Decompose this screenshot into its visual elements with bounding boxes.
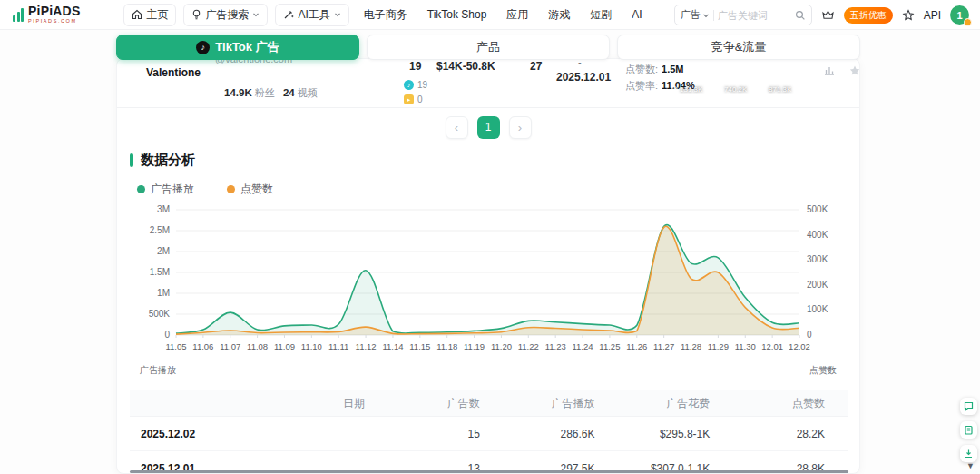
- tab-tiktok-ads[interactable]: ♪ TikTok 广告: [116, 35, 359, 60]
- search-category-dropdown[interactable]: 广告: [681, 8, 710, 22]
- svg-text:11.25: 11.25: [599, 341, 620, 351]
- nav-ai-tools-label: AI工具: [298, 7, 329, 23]
- nav-link[interactable]: 游戏: [548, 7, 570, 23]
- svg-text:11.05: 11.05: [165, 341, 186, 351]
- nav-home[interactable]: 主页: [123, 4, 176, 26]
- nav-link[interactable]: 电子商务: [364, 7, 407, 23]
- video-thumbnail[interactable]: 131.3K: [668, 61, 709, 95]
- nav-link[interactable]: AI: [632, 8, 642, 21]
- cell-spend: $295.8-1K: [619, 417, 734, 451]
- search-input[interactable]: [718, 10, 791, 21]
- video-thumbnails: 131.3K 740.2K 871.3K: [668, 61, 798, 95]
- advertiser-row[interactable]: Valentione @valentione.com 14.9K 粉丝 24 视…: [117, 59, 859, 108]
- chart-legend: 广告播放点赞数: [137, 182, 859, 197]
- svg-text:1M: 1M: [157, 288, 170, 298]
- floating-toolbar: [960, 398, 977, 462]
- ad-spend: $14K-50.8K: [436, 60, 495, 73]
- video-thumbnail[interactable]: 740.2K: [712, 61, 753, 95]
- play-icon: [671, 86, 678, 94]
- table-header-cell: 广告播放: [504, 390, 619, 417]
- svg-text:11.27: 11.27: [653, 341, 674, 351]
- svg-text:11.19: 11.19: [464, 341, 485, 351]
- table-header-cell: 日期: [130, 390, 388, 417]
- table-header-cell: 点赞数: [733, 390, 848, 417]
- top-navbar: PiPiADS PIPIADS.COM 主页 广告搜索 AI工具 电子商务Tik…: [0, 0, 980, 30]
- svg-text:500K: 500K: [807, 204, 828, 214]
- main-tabs: ♪ TikTok 广告 产品 竞争&流量: [116, 35, 860, 60]
- horizontal-scrollbar[interactable]: [130, 470, 848, 473]
- svg-text:2M: 2M: [157, 246, 170, 256]
- cell-date: 2025.12.02: [130, 417, 388, 451]
- svg-text:3M: 3M: [157, 204, 170, 214]
- nav-home-label: 主页: [146, 7, 168, 23]
- prev-page-button[interactable]: ‹: [446, 116, 468, 139]
- nav-link[interactable]: 短剧: [590, 7, 612, 23]
- line-chart[interactable]: 0500K1M1.5M2M2.5M3M0100K200K300K400K500K…: [131, 199, 848, 364]
- svg-text:11.10: 11.10: [301, 341, 322, 351]
- table-row[interactable]: 2025.12.02 15 286.6K $295.8-1K 28.2K: [130, 417, 848, 451]
- tiktok-dot-icon: ♪: [404, 80, 414, 90]
- tab-product[interactable]: 产品: [367, 35, 610, 60]
- cell-views: 286.6K: [504, 417, 619, 451]
- svg-text:11.22: 11.22: [518, 341, 539, 351]
- nav-link[interactable]: 应用: [506, 7, 528, 23]
- legend-item[interactable]: 点赞数: [227, 182, 273, 197]
- search-icon[interactable]: [795, 10, 806, 21]
- nav-link[interactable]: TikTok Shop: [427, 8, 487, 21]
- vip-crown-icon[interactable]: [821, 9, 835, 21]
- promo-badge[interactable]: 五折优惠: [844, 7, 893, 24]
- topbar-right: 广告 五折优惠 API 1: [674, 0, 969, 30]
- table-header-cell: 广告数: [388, 390, 504, 417]
- legend-dot-icon: [137, 185, 145, 193]
- x-axis-left-label: 广告播放: [140, 364, 176, 377]
- next-page-button[interactable]: ›: [509, 116, 532, 139]
- svg-text:11.11: 11.11: [328, 341, 348, 351]
- x-axis-right-label: 点赞数: [809, 364, 837, 377]
- logo-bars-icon: [13, 8, 24, 22]
- nav-ai-tools[interactable]: AI工具: [275, 4, 348, 26]
- api-link[interactable]: API: [924, 9, 941, 22]
- play-icon: [715, 86, 722, 94]
- tab-competition[interactable]: 竞争&流量: [617, 35, 860, 60]
- title-accent-bar: [130, 153, 133, 167]
- svg-text:0: 0: [807, 330, 812, 340]
- pipiads-logo[interactable]: PiPiADS PIPIADS.COM: [13, 5, 80, 25]
- daily-stats-table: 日期广告数广告播放广告花费点赞数 2025.12.02 15 286.6K $2…: [130, 390, 848, 474]
- chart-area: 0500K1M1.5M2M2.5M3M0100K200K300K400K500K…: [131, 199, 859, 377]
- chevron-down-icon: [334, 11, 341, 18]
- scrollbar-down-arrow[interactable]: ▼: [966, 461, 975, 470]
- chevron-down-icon: [252, 11, 260, 18]
- user-avatar[interactable]: 1: [950, 5, 969, 25]
- svg-text:1.5M: 1.5M: [150, 267, 170, 277]
- legend-item[interactable]: 广告播放: [137, 182, 194, 197]
- advertiser-name[interactable]: Valentione: [146, 66, 201, 79]
- tiktok-icon: ♪: [196, 41, 210, 54]
- pagination: ‹ 1 ›: [117, 108, 859, 146]
- cell-likes: 28.2K: [733, 417, 848, 451]
- svg-text:11.06: 11.06: [192, 341, 213, 351]
- avatar-badge: [964, 18, 972, 26]
- svg-text:100K: 100K: [807, 304, 828, 314]
- ai-tools-icon: [283, 9, 294, 20]
- svg-text:0: 0: [164, 330, 170, 340]
- home-icon: [132, 9, 142, 20]
- nav-ad-search[interactable]: 广告搜索: [183, 4, 268, 26]
- svg-text:11.20: 11.20: [491, 341, 512, 351]
- current-page[interactable]: 1: [477, 116, 500, 139]
- video-thumbnail[interactable]: 871.3K: [757, 61, 798, 95]
- analytics-icon[interactable]: [823, 64, 836, 76]
- chat-icon[interactable]: [960, 398, 977, 415]
- play-icon: [760, 86, 767, 94]
- download-icon[interactable]: [960, 445, 977, 462]
- svg-text:11.26: 11.26: [626, 341, 647, 351]
- favorite-star-icon[interactable]: [902, 9, 915, 21]
- date-range-dash: -: [578, 59, 582, 67]
- bulb-icon: [191, 9, 201, 20]
- search-box[interactable]: 广告: [674, 5, 812, 25]
- svg-text:200K: 200K: [807, 280, 828, 290]
- form-icon[interactable]: [960, 421, 977, 439]
- favorite-icon[interactable]: [848, 64, 859, 76]
- svg-text:11.15: 11.15: [409, 341, 430, 351]
- brand-domain: PIPIADS.COM: [28, 19, 80, 25]
- svg-text:11.30: 11.30: [735, 341, 756, 351]
